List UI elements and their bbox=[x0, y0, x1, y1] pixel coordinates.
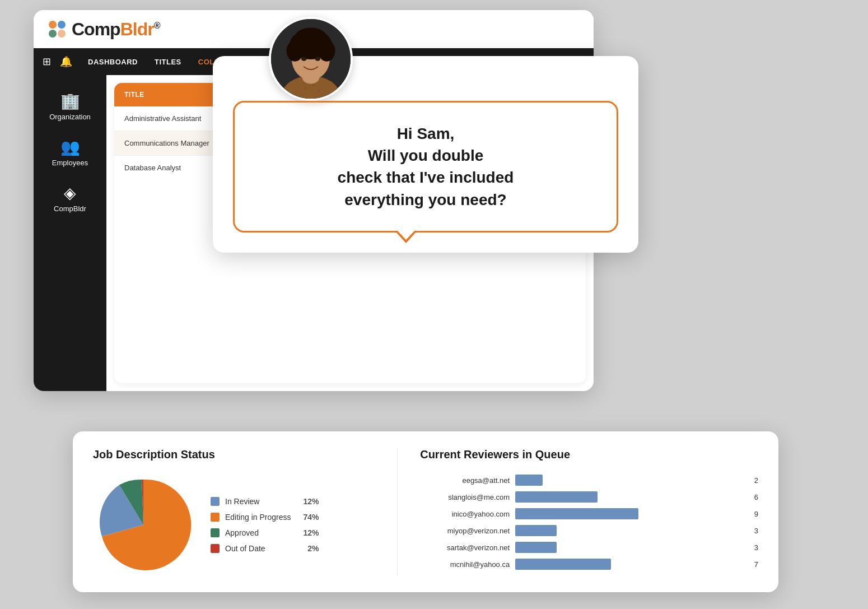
reviewer-bar bbox=[515, 508, 638, 519]
legend-dot-approved bbox=[211, 528, 220, 537]
legend-label-out-of-date: Out of Date bbox=[225, 544, 295, 553]
pie-chart-svg bbox=[93, 475, 194, 575]
reviewer-bar-container bbox=[515, 559, 744, 570]
svg-point-15 bbox=[312, 84, 315, 86]
logo: CompBldr® bbox=[72, 19, 160, 40]
compbldr-icon: ◈ bbox=[64, 184, 76, 202]
reviewer-bar bbox=[515, 525, 556, 536]
pie-section-title: Job Description Status bbox=[93, 448, 375, 461]
reviewer-bar bbox=[515, 559, 611, 570]
reviewer-bar-container bbox=[515, 491, 744, 503]
speech-bubble: Hi Sam, Will you double check that I've … bbox=[233, 101, 618, 233]
reviewer-row: miyop@verizon.net3 bbox=[420, 525, 758, 536]
bottom-panel: Job Description Status In Review bbox=[73, 431, 778, 592]
bubble-text-line1: Hi Sam, bbox=[397, 125, 455, 142]
reviewer-bar bbox=[515, 491, 598, 503]
profile-photo bbox=[269, 17, 353, 101]
reviewer-email: sartak@verizon.net bbox=[420, 543, 510, 552]
bubble-text-line3: check that I've included bbox=[338, 169, 514, 186]
bell-icon[interactable]: 🔔 bbox=[60, 55, 72, 68]
reviewer-email: slanglois@me.com bbox=[420, 493, 510, 501]
bubble-text-line2: Will you double bbox=[368, 147, 484, 164]
profile-avatar-svg bbox=[271, 17, 351, 101]
sidebar-label-compbldr: CompBldr bbox=[54, 204, 86, 213]
reviewer-bar bbox=[515, 475, 543, 486]
svg-point-0 bbox=[49, 21, 57, 29]
reviewer-count: 3 bbox=[754, 543, 758, 552]
reviewer-count: 2 bbox=[754, 476, 758, 485]
organization-icon: 🏢 bbox=[60, 92, 80, 110]
pie-container: In Review 12% Editing in Progress 74% Ap… bbox=[93, 475, 375, 575]
reviewer-row: slanglois@me.com6 bbox=[420, 491, 758, 503]
reviewer-section-title: Current Reviewers in Queue bbox=[420, 448, 758, 461]
compbldr-logo-icon bbox=[47, 19, 67, 39]
svg-point-1 bbox=[58, 21, 66, 29]
sidebar-item-employees[interactable]: 👥 Employees bbox=[39, 132, 101, 173]
legend-item-editing: Editing in Progress 74% bbox=[211, 513, 319, 522]
legend: In Review 12% Editing in Progress 74% Ap… bbox=[211, 497, 319, 553]
reviewer-bar-container bbox=[515, 525, 744, 536]
legend-item-out-of-date: Out of Date 2% bbox=[211, 544, 319, 553]
svg-point-13 bbox=[315, 57, 320, 61]
svg-point-2 bbox=[49, 30, 57, 38]
svg-point-12 bbox=[301, 57, 306, 61]
grid-icon[interactable]: ⊞ bbox=[43, 55, 51, 68]
reviewer-section: Current Reviewers in Queue eegsa@att.net… bbox=[420, 448, 758, 575]
legend-dot-editing bbox=[211, 513, 220, 522]
svg-point-16 bbox=[318, 90, 320, 92]
legend-label-in-review: In Review bbox=[225, 497, 291, 506]
reviewer-count: 6 bbox=[754, 493, 758, 501]
legend-dot-in-review bbox=[211, 497, 220, 506]
legend-item-approved: Approved 12% bbox=[211, 528, 319, 537]
reviewer-bar bbox=[515, 542, 556, 553]
legend-pct-editing: 74% bbox=[304, 513, 319, 522]
svg-point-3 bbox=[58, 30, 66, 38]
reviewer-count: 9 bbox=[754, 510, 758, 518]
svg-point-11 bbox=[294, 27, 328, 51]
svg-point-14 bbox=[305, 87, 307, 89]
section-divider bbox=[397, 448, 398, 575]
speech-bubble-overlay: Hi Sam, Will you double check that I've … bbox=[213, 56, 638, 253]
nav-dashboard[interactable]: DASHBOARD bbox=[81, 54, 144, 69]
reviewer-bar-container bbox=[515, 508, 744, 519]
sidebar-label-employees: Employees bbox=[52, 159, 88, 167]
legend-pct-approved: 12% bbox=[304, 528, 319, 537]
reviewer-email: inico@yahoo.com bbox=[420, 510, 510, 518]
nav-titles[interactable]: TITLES bbox=[148, 54, 188, 69]
sidebar-item-organization[interactable]: 🏢 Organization bbox=[39, 86, 101, 127]
bubble-text-line4: everything you need? bbox=[344, 191, 506, 208]
sidebar-label-organization: Organization bbox=[49, 113, 91, 121]
reviewer-bar-container bbox=[515, 475, 744, 486]
legend-label-approved: Approved bbox=[225, 528, 291, 537]
reviewer-row: inico@yahoo.com9 bbox=[420, 508, 758, 519]
legend-dot-out-of-date bbox=[211, 544, 220, 553]
legend-item-in-review: In Review 12% bbox=[211, 497, 319, 506]
reviewer-email: eegsa@att.net bbox=[420, 476, 510, 485]
employees-icon: 👥 bbox=[60, 138, 80, 156]
reviewer-email: miyop@verizon.net bbox=[420, 527, 510, 535]
sidebar-item-compbldr[interactable]: ◈ CompBldr bbox=[39, 178, 101, 219]
reviewer-bars: eegsa@att.net2slanglois@me.com6inico@yah… bbox=[420, 475, 758, 570]
reviewer-count: 3 bbox=[754, 527, 758, 535]
reviewer-row: eegsa@att.net2 bbox=[420, 475, 758, 486]
reviewer-email: mcnihil@yahoo.ca bbox=[420, 560, 510, 569]
reviewer-row: sartak@verizon.net3 bbox=[420, 542, 758, 553]
reviewer-count: 7 bbox=[754, 560, 758, 569]
legend-pct-out-of-date: 2% bbox=[307, 544, 319, 553]
legend-pct-in-review: 12% bbox=[304, 497, 319, 506]
legend-label-editing: Editing in Progress bbox=[225, 513, 291, 522]
reviewer-row: mcnihil@yahoo.ca7 bbox=[420, 559, 758, 570]
reviewer-bar-container bbox=[515, 542, 744, 553]
pie-chart-section: Job Description Status In Review bbox=[93, 448, 375, 575]
sidebar: 🏢 Organization 👥 Employees ◈ CompBldr bbox=[34, 75, 106, 391]
